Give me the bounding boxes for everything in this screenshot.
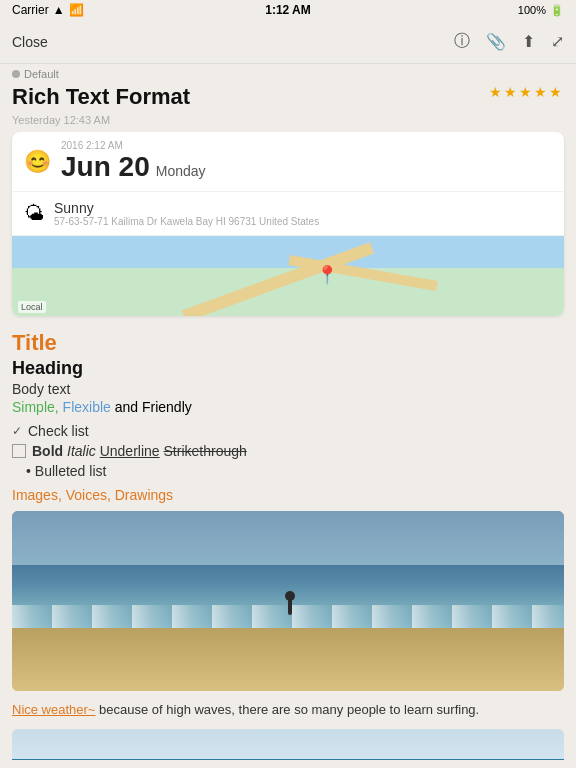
default-dot [12,70,20,78]
checkbox-empty-icon [12,444,26,458]
status-right: 100% 🔋 [518,4,564,17]
share-icon[interactable]: ⬆ [522,32,535,51]
signal-icon: ▲ [53,3,65,17]
sand-layer [12,628,564,691]
rtf-title: Title [12,330,564,356]
note-date: Yesterday 12:43 AM [0,114,576,132]
rtf-body: Body text [12,381,564,397]
map-label: Local [18,301,46,313]
strikethrough-text: Strikethrough [164,443,247,459]
beach-photo-2 [12,729,564,760]
rtf-formatting-line: Bold Italic Underline Strikethrough [12,443,564,459]
rtf-checklist: ✓ Check list [12,423,564,439]
content-area[interactable]: 😊 2016 2:12 AM Jun 20 Monday 🌤 Sunny 57-… [0,132,576,760]
weather-row: 🌤 Sunny 57-63-57-71 Kailima Dr Kawela Ba… [12,192,564,236]
rtf-blue-text: Flexible [63,399,111,415]
battery-icon: 🔋 [550,4,564,17]
map-area: 📍 Local [12,236,564,316]
weather-location: 57-63-57-71 Kailima Dr Kawela Bay HI 967… [54,216,319,227]
map-pin: 📍 [316,264,338,286]
weather-name: Sunny [54,200,319,216]
beach2-ocean [12,759,564,760]
rtf-suffix-text: and Friendly [115,399,192,415]
italic-text: Italic [67,443,96,459]
day-dow: Monday [156,163,206,179]
beach2-sky [12,729,564,760]
status-carrier: Carrier ▲ 📶 [12,3,84,17]
weather-icon: 🌤 [24,202,44,225]
day-card-time: 2016 2:12 AM [61,140,206,151]
rtf-bullet: • Bulleted list [12,463,564,479]
wifi-icon: 📶 [69,3,84,17]
bold-text: Bold [32,443,63,459]
checklist-label: Check list [28,423,89,439]
status-time: 1:12 AM [265,3,311,17]
rtf-heading: Heading [12,358,564,379]
carrier-text: Carrier [12,3,49,17]
day-card-header: 😊 2016 2:12 AM Jun 20 Monday [12,132,564,192]
nav-icons: ⓘ 📎 ⬆ ⤢ [454,31,564,52]
nav-bar: Close ⓘ 📎 ⬆ ⤢ [0,20,576,64]
default-label: Default [0,64,576,82]
day-info: 2016 2:12 AM Jun 20 Monday [61,140,206,183]
day-card: 😊 2016 2:12 AM Jun 20 Monday 🌤 Sunny 57-… [12,132,564,316]
underline-text: Underline [100,443,160,459]
map-road [182,242,374,316]
caption-text: Nice weather~ because of high waves, the… [12,701,564,719]
close-button[interactable]: Close [12,34,48,50]
beach-photo-inner [12,511,564,691]
caption-highlight: Nice weather~ [12,702,95,717]
caption-body: because of high waves, there are so many… [95,702,479,717]
emoji-icon: 😊 [24,149,51,175]
expand-icon[interactable]: ⤢ [551,32,564,51]
status-bar: Carrier ▲ 📶 1:12 AM 100% 🔋 [0,0,576,20]
day-month: Jun 20 [61,151,150,183]
beach-photo-1 [12,511,564,691]
paperclip-icon[interactable]: 📎 [486,32,506,51]
note-title: Rich Text Format [12,84,190,110]
rtf-green-text: Simple, [12,399,59,415]
check-icon: ✓ [12,424,22,438]
battery-text: 100% [518,4,546,16]
rtf-colored-line: Simple, Flexible and Friendly [12,399,564,415]
person-silhouette [288,597,292,615]
weather-info: Sunny 57-63-57-71 Kailima Dr Kawela Bay … [54,200,319,227]
note-title-area: Rich Text Format ★★★★★ [0,82,576,114]
star-rating: ★★★★★ [489,84,564,100]
default-text: Default [24,68,59,80]
info-icon[interactable]: ⓘ [454,31,470,52]
rtf-images-label: Images, Voices, Drawings [12,487,564,503]
